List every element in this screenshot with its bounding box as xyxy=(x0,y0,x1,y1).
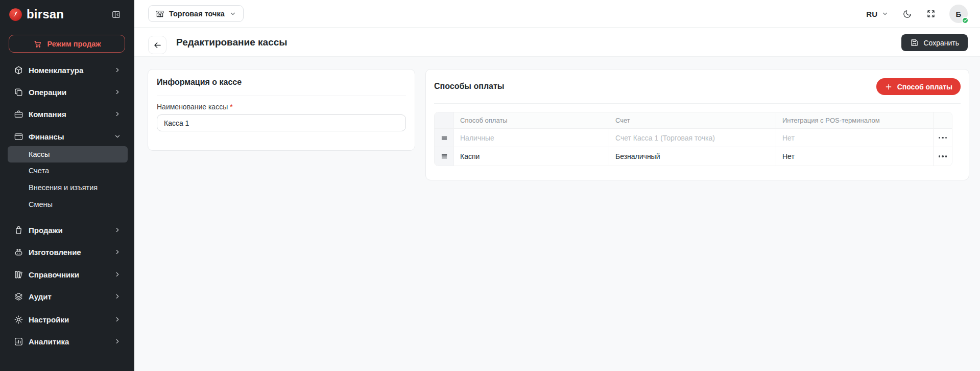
robot-icon xyxy=(14,247,23,257)
chevron-right-icon xyxy=(114,66,121,74)
sidebar-item-label: Операции xyxy=(29,88,66,97)
divider xyxy=(157,96,406,96)
chevron-right-icon xyxy=(114,271,121,278)
page-header: Редактирование кассы Сохранить xyxy=(134,28,980,57)
sidebar-subitem-kassy[interactable]: Кассы xyxy=(0,147,134,162)
chevron-down-icon xyxy=(881,10,889,17)
chevron-right-icon xyxy=(114,316,121,323)
chevron-right-icon xyxy=(114,338,121,345)
cell-method: Наличные xyxy=(454,129,609,147)
online-status-badge xyxy=(962,17,969,24)
sidebar-item-settings[interactable]: Настройки xyxy=(0,312,134,327)
sidebar-item-manufacturing[interactable]: Изготовление xyxy=(0,244,134,260)
save-icon xyxy=(910,38,919,47)
sidebar-item-label: Номенклатура xyxy=(29,66,83,75)
ellipsis-icon xyxy=(939,155,947,157)
sidebar-item-finance[interactable]: Финансы xyxy=(0,129,134,144)
sidebar-item-label: Продажи xyxy=(29,226,63,235)
drag-handle-icon xyxy=(440,152,448,160)
drag-handle[interactable] xyxy=(435,129,454,147)
layers-icon xyxy=(14,292,23,302)
sidebar-subitem-label: Внесения и изъятия xyxy=(29,183,98,192)
sidebar-item-label: Справочники xyxy=(29,270,79,279)
avatar-initial: Б xyxy=(956,10,962,18)
gear-icon xyxy=(14,315,23,324)
cell-integration: Нет xyxy=(776,129,934,147)
save-button-label: Сохранить xyxy=(923,39,959,47)
books-icon xyxy=(14,270,23,280)
table-header-actions xyxy=(934,112,952,129)
sidebar-item-label: Компания xyxy=(29,110,66,119)
sidebar-subitem-scheta[interactable]: Счета xyxy=(0,163,134,178)
add-payment-method-label: Способ оплаты xyxy=(897,83,952,91)
table-header-integration: Интеграция с POS-терминалом xyxy=(776,112,934,129)
collapse-sidebar-icon[interactable] xyxy=(109,7,123,21)
chevron-down-icon xyxy=(114,133,121,140)
copy-icon xyxy=(14,87,23,97)
shopping-bag-icon xyxy=(14,225,23,235)
sidebar-subitem-label: Счета xyxy=(29,167,49,175)
chevron-right-icon xyxy=(114,110,121,118)
payment-card-title: Способы оплаты xyxy=(434,82,504,91)
required-asterisk: * xyxy=(230,103,232,111)
sidebar-subitem-label: Смены xyxy=(29,200,53,208)
name-field-label: Наименование кассы * xyxy=(157,103,406,111)
plus-icon xyxy=(885,83,893,91)
table-header-method: Способ оплаты xyxy=(454,112,609,129)
sidebar-item-label: Аналитика xyxy=(29,337,69,346)
fullscreen-icon[interactable] xyxy=(925,8,937,19)
sidebar-subitem-smeny[interactable]: Смены xyxy=(0,197,134,212)
payment-methods-table: Способ оплаты Счет Интеграция с POS-терм… xyxy=(434,112,952,166)
sidebar-item-analytics[interactable]: Аналитика xyxy=(0,334,134,349)
back-button[interactable] xyxy=(148,36,166,54)
chevron-right-icon xyxy=(114,293,121,300)
app-root: birsan Режим продаж Номенклатура Операци… xyxy=(0,0,980,371)
sidebar-item-operations[interactable]: Операции xyxy=(0,84,134,100)
sidebar: birsan Режим продаж Номенклатура Операци… xyxy=(0,0,134,371)
sidebar-item-sales[interactable]: Продажи xyxy=(0,222,134,238)
chevron-right-icon xyxy=(114,88,121,96)
topbar: Торговая точка RU Б xyxy=(134,0,980,28)
sidebar-item-label: Аудит xyxy=(29,292,52,301)
payment-card-header: Способы оплаты Способ оплаты xyxy=(434,78,961,103)
logo-text: birsan xyxy=(27,7,64,21)
sales-mode-label: Режим продаж xyxy=(47,40,101,48)
dark-mode-moon-icon[interactable] xyxy=(901,8,913,19)
sidebar-item-label: Изготовление xyxy=(29,248,81,257)
topbar-right-cluster: RU Б xyxy=(866,0,968,28)
cell-account: Счет Касса 1 (Торговая точка) xyxy=(609,129,776,147)
drag-handle[interactable] xyxy=(435,147,454,166)
payment-methods-card: Способы оплаты Способ оплаты Способ опла… xyxy=(425,69,969,180)
briefcase-icon xyxy=(14,109,23,119)
arrow-left-icon xyxy=(153,40,162,50)
cash-register-name-input[interactable] xyxy=(157,114,406,131)
drag-handle-icon xyxy=(440,134,448,142)
storefront-icon xyxy=(155,9,164,18)
chevron-right-icon xyxy=(114,248,121,256)
sidebar-item-company[interactable]: Компания xyxy=(0,106,134,122)
sidebar-item-nomenclature[interactable]: Номенклатура xyxy=(0,62,134,78)
row-actions-button[interactable] xyxy=(934,129,952,147)
avatar[interactable]: Б xyxy=(949,5,968,23)
wallet-icon xyxy=(14,132,23,142)
logo-icon xyxy=(9,8,22,21)
sidebar-subitem-label: Кассы xyxy=(29,150,50,158)
add-payment-method-button[interactable]: Способ оплаты xyxy=(876,78,961,95)
divider xyxy=(434,103,961,104)
cell-integration: Нет xyxy=(776,147,934,166)
table-header-drag xyxy=(435,112,454,129)
sidebar-item-audit[interactable]: Аудит xyxy=(0,289,134,304)
cart-icon xyxy=(33,39,42,49)
store-selector[interactable]: Торговая точка xyxy=(148,5,244,22)
save-button[interactable]: Сохранить xyxy=(901,34,968,51)
cell-method: Каспи xyxy=(454,147,609,166)
logo[interactable]: birsan xyxy=(9,5,127,24)
sales-mode-button[interactable]: Режим продаж xyxy=(9,35,125,53)
name-field-label-text: Наименование кассы xyxy=(157,103,228,111)
sidebar-subitem-vnesenia[interactable]: Внесения и изъятия xyxy=(0,180,134,195)
cash-register-info-card: Информация о кассе Наименование кассы * xyxy=(148,69,415,151)
row-actions-button[interactable] xyxy=(934,147,952,166)
language-selector[interactable]: RU xyxy=(866,10,889,18)
sidebar-item-directories[interactable]: Справочники xyxy=(0,267,134,282)
cell-account: Безналичный xyxy=(609,147,776,166)
